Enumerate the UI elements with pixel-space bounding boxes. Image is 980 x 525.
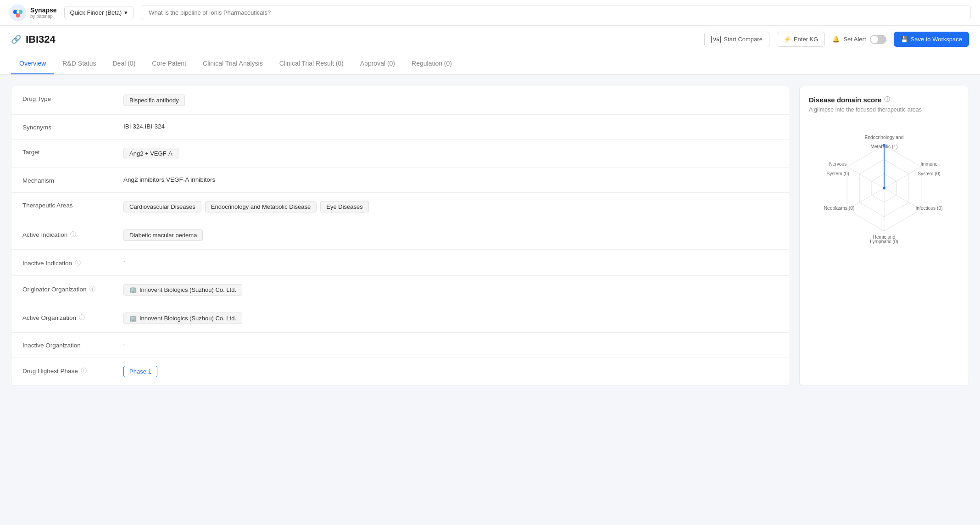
logo-subtext: by patsnap bbox=[30, 14, 57, 19]
start-compare-label: Start Compare bbox=[724, 36, 763, 43]
mechanism-text: Ang2 inhibitors VEGF-A inhibitors bbox=[123, 176, 215, 183]
set-alert-area: 🔔 Set Alert bbox=[832, 35, 886, 44]
active-org-value: 🏢 Innovent Biologics (Suzhou) Co. Ltd. bbox=[123, 313, 779, 324]
header-actions: V5 Start Compare ⚡ Enter KG 🔔 Set Alert … bbox=[704, 32, 969, 47]
inactive-indication-info-icon[interactable]: ⓘ bbox=[75, 259, 81, 267]
quick-finder-button[interactable]: Quick Finder (Beta) ▾ bbox=[64, 6, 134, 19]
svg-text:Infectious (0): Infectious (0) bbox=[915, 206, 942, 211]
therapeutic-areas-value: Cardiovascular Diseases Endocrinology an… bbox=[123, 201, 779, 212]
score-subtitle: A glimpse into the focused therapeutic a… bbox=[809, 106, 959, 113]
tab-core-patent[interactable]: Core Patent bbox=[144, 53, 195, 74]
link-icon: 🔗 bbox=[11, 34, 21, 45]
svg-text:Immune: Immune bbox=[920, 162, 937, 167]
main-content: Drug Type Bispecific antibody Synonyms I… bbox=[0, 75, 980, 397]
org-building-icon: 🏢 bbox=[129, 286, 137, 293]
target-tag: Ang2 + VEGF-A bbox=[123, 148, 178, 159]
target-value: Ang2 + VEGF-A bbox=[123, 148, 779, 159]
active-indication-row: Active Indication ⓘ Diabetic macular oed… bbox=[11, 221, 790, 250]
active-org-tag: 🏢 Innovent Biologics (Suzhou) Co. Ltd. bbox=[123, 313, 242, 324]
synonyms-text: IBI 324,IBI-324 bbox=[123, 123, 165, 130]
kg-icon: ⚡ bbox=[784, 36, 791, 43]
inactive-org-text: - bbox=[123, 341, 126, 348]
therapeutic-areas-row: Therapeutic Areas Cardiovascular Disease… bbox=[11, 193, 790, 221]
svg-text:System (0): System (0) bbox=[918, 171, 941, 176]
drug-type-row: Drug Type Bispecific antibody bbox=[11, 86, 790, 115]
radar-chart: Endocrinology and Metabolic (1) Immune S… bbox=[809, 124, 959, 252]
inactive-org-label: Inactive Organization bbox=[22, 341, 123, 349]
page-title: IBI324 bbox=[26, 34, 56, 45]
svg-point-3 bbox=[16, 13, 20, 17]
inactive-org-value: - bbox=[123, 341, 779, 348]
drug-type-tag: Bispecific antibody bbox=[123, 95, 185, 106]
save-workspace-button[interactable]: 💾 Save to Workspace bbox=[894, 32, 969, 47]
enter-kg-button[interactable]: ⚡ Enter KG bbox=[777, 32, 825, 47]
active-org-label: Active Organization ⓘ bbox=[22, 313, 123, 322]
tab-overview[interactable]: Overview bbox=[11, 53, 54, 74]
active-indication-label: Active Indication ⓘ bbox=[22, 229, 123, 239]
enter-kg-label: Enter KG bbox=[794, 36, 818, 43]
drug-highest-phase-value: Phase 1 bbox=[123, 366, 779, 377]
mechanism-label: Mechanism bbox=[22, 176, 123, 184]
drug-phase-info-icon[interactable]: ⓘ bbox=[81, 367, 87, 375]
target-label: Target bbox=[22, 148, 123, 156]
compare-icon: V5 bbox=[711, 36, 721, 43]
start-compare-button[interactable]: V5 Start Compare bbox=[704, 32, 769, 47]
target-row: Target Ang2 + VEGF-A bbox=[11, 140, 790, 168]
save-workspace-label: Save to Workspace bbox=[911, 36, 962, 43]
originator-org-info-icon[interactable]: ⓘ bbox=[89, 285, 95, 293]
bell-icon: 🔔 bbox=[832, 36, 840, 43]
therapeutic-tag-1: Endocrinology and Metabolic Disease bbox=[205, 201, 317, 212]
search-input[interactable] bbox=[141, 5, 971, 20]
drug-type-value: Bispecific antibody bbox=[123, 95, 779, 106]
disease-domain-panel: Disease domain score ⓘ A glimpse into th… bbox=[799, 86, 969, 386]
drug-highest-phase-row: Drug Highest Phase ⓘ Phase 1 bbox=[11, 357, 790, 385]
originator-org-row: Originator Organization ⓘ 🏢 Innovent Bio… bbox=[11, 276, 790, 304]
page-header: 🔗 IBI324 V5 Start Compare ⚡ Enter KG 🔔 S… bbox=[0, 26, 980, 53]
inactive-indication-label: Inactive Indication ⓘ bbox=[22, 258, 123, 267]
mechanism-value: Ang2 inhibitors VEGF-A inhibitors bbox=[123, 176, 779, 183]
chevron-down-icon: ▾ bbox=[124, 9, 128, 16]
therapeutic-areas-label: Therapeutic Areas bbox=[22, 201, 123, 209]
synonyms-value: IBI 324,IBI-324 bbox=[123, 123, 779, 130]
org-building-icon-2: 🏢 bbox=[129, 315, 137, 322]
svg-text:System (0): System (0) bbox=[826, 171, 849, 176]
tabs-bar: Overview R&D Status Deal (0) Core Patent… bbox=[0, 53, 980, 75]
originator-org-label: Originator Organization ⓘ bbox=[22, 284, 123, 293]
synapse-logo-icon bbox=[9, 4, 27, 22]
inactive-indication-value: - bbox=[123, 258, 779, 265]
active-org-info-icon[interactable]: ⓘ bbox=[79, 313, 85, 322]
tab-rd-status[interactable]: R&D Status bbox=[54, 53, 104, 74]
top-header: Synapse by patsnap Quick Finder (Beta) ▾ bbox=[0, 0, 980, 26]
alert-toggle[interactable] bbox=[870, 35, 886, 44]
quick-finder-label: Quick Finder (Beta) bbox=[70, 9, 122, 16]
phase-tag: Phase 1 bbox=[123, 366, 157, 377]
therapeutic-tag-0: Cardiovascular Diseases bbox=[123, 201, 201, 212]
synonyms-label: Synonyms bbox=[22, 123, 123, 131]
tab-deal[interactable]: Deal (0) bbox=[105, 53, 144, 74]
active-indication-value: Diabetic macular oedema bbox=[123, 229, 779, 241]
svg-point-24 bbox=[883, 144, 885, 147]
svg-point-23 bbox=[883, 187, 885, 190]
synonyms-row: Synonyms IBI 324,IBI-324 bbox=[11, 115, 790, 140]
tab-clinical-trial-result[interactable]: Clinical Trial Result (0) bbox=[271, 53, 352, 74]
inactive-indication-text: - bbox=[123, 258, 126, 265]
active-org-row: Active Organization ⓘ 🏢 Innovent Biologi… bbox=[11, 304, 790, 333]
active-indication-tag: Diabetic macular oedema bbox=[123, 229, 203, 241]
drug-info-panel: Drug Type Bispecific antibody Synonyms I… bbox=[11, 86, 790, 386]
originator-org-tag: 🏢 Innovent Biologics (Suzhou) Co. Ltd. bbox=[123, 284, 242, 296]
svg-text:Nervous: Nervous bbox=[829, 162, 846, 167]
page-title-area: 🔗 IBI324 bbox=[11, 34, 56, 45]
tab-regulation[interactable]: Regulation (0) bbox=[403, 53, 460, 74]
drug-highest-phase-label: Drug Highest Phase ⓘ bbox=[22, 366, 123, 375]
svg-text:Lymphatic (0): Lymphatic (0) bbox=[870, 239, 898, 244]
score-title: Disease domain score ⓘ bbox=[809, 95, 959, 104]
svg-text:Neoplasms (0): Neoplasms (0) bbox=[824, 206, 855, 211]
therapeutic-tag-2: Eye Diseases bbox=[320, 201, 368, 212]
tab-clinical-trial-analysis[interactable]: Clinical Trial Analysis bbox=[195, 53, 271, 74]
tab-approval[interactable]: Approval (0) bbox=[352, 53, 403, 74]
logo-area: Synapse by patsnap bbox=[9, 4, 57, 22]
active-indication-info-icon[interactable]: ⓘ bbox=[70, 230, 76, 239]
score-info-icon[interactable]: ⓘ bbox=[884, 95, 890, 104]
svg-text:Endocrinology and: Endocrinology and bbox=[865, 135, 904, 140]
drug-type-label: Drug Type bbox=[22, 95, 123, 102]
